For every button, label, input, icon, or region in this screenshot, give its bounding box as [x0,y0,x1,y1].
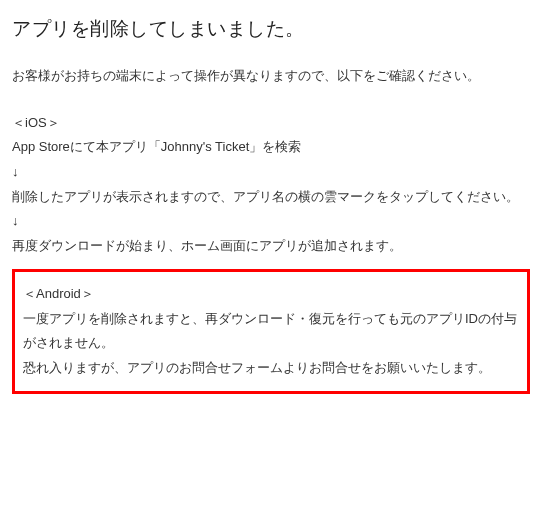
ios-section: ＜iOS＞ App Storeにて本アプリ「Johnny's Ticket」を検… [12,111,530,259]
page-title: アプリを削除してしまいました。 [12,16,530,42]
android-header: ＜Android＞ [23,282,519,307]
ios-step-2: 削除したアプリが表示されますので、アプリ名の横の雲マークをタップしてください。 [12,185,530,210]
ios-step-3: 再度ダウンロードが始まり、ホーム画面にアプリが追加されます。 [12,234,530,259]
android-section-highlighted: ＜Android＞ 一度アプリを削除されますと、再ダウンロード・復元を行っても元… [12,269,530,394]
android-line-2: 恐れ入りますが、アプリのお問合せフォームよりお問合せをお願いいたします。 [23,356,519,381]
ios-arrow-1: ↓ [12,160,530,185]
ios-step-1: App Storeにて本アプリ「Johnny's Ticket」を検索 [12,135,530,160]
android-line-1: 一度アプリを削除されますと、再ダウンロード・復元を行っても元のアプリIDの付与が… [23,307,519,356]
ios-arrow-2: ↓ [12,209,530,234]
intro-text: お客様がお持ちの端末によって操作が異なりますので、以下をご確認ください。 [12,64,530,89]
ios-header: ＜iOS＞ [12,111,530,136]
